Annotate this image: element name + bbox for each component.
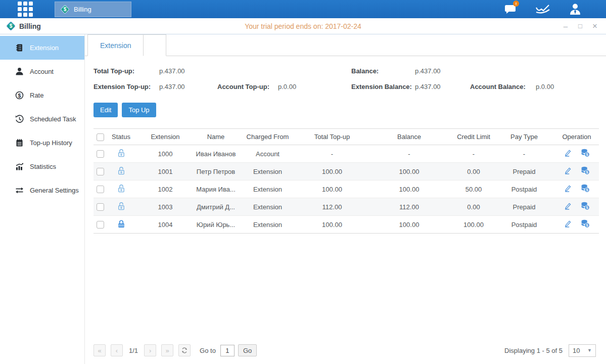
topup-button[interactable]: Top Up	[122, 103, 156, 117]
topup-row-icon[interactable]: $	[581, 184, 590, 194]
window-title: $ Billing	[6, 21, 41, 31]
cell-charged-from: Extension	[236, 180, 299, 198]
extensions-table: Status Extension Name Charged From Total…	[94, 128, 599, 234]
transfer-arrows-icon	[15, 186, 24, 195]
edit-row-icon[interactable]	[564, 184, 572, 194]
cell-credit-limit: 0.00	[453, 198, 494, 216]
topup-row-icon[interactable]: $	[581, 202, 590, 212]
maximize-icon[interactable]: □	[576, 22, 584, 30]
account-topup-value: p.0.00	[278, 83, 351, 90]
row-checkbox[interactable]	[97, 168, 104, 175]
edit-button[interactable]: Edit	[94, 103, 118, 117]
close-icon[interactable]: ×	[591, 22, 599, 30]
table-row[interactable]: 1001 Петр Петров Extension 100.00 100.00…	[94, 163, 599, 180]
billing-diamond-icon: $	[60, 5, 70, 14]
person-bust-icon	[569, 3, 582, 16]
cell-total-topup: 100.00	[299, 216, 365, 234]
total-topup-value: p.437.00	[159, 67, 217, 75]
edit-row-icon[interactable]	[564, 149, 572, 159]
cell-total-topup: 100.00	[299, 163, 365, 180]
cell-charged-from: Account	[236, 145, 299, 163]
user-account-icon[interactable]	[568, 3, 583, 16]
column-header-status: Status	[107, 129, 135, 145]
top-bar: $ Billing !	[0, 0, 606, 18]
apps-grid-icon[interactable]	[18, 2, 33, 17]
goto-page-input[interactable]	[220, 345, 235, 356]
first-page-button[interactable]: «	[94, 344, 106, 356]
prev-page-button[interactable]: ‹	[111, 344, 123, 356]
table-row[interactable]: 1003 Дмитрий Д... Extension 112.00 112.0…	[94, 198, 599, 216]
column-header-balance: Balance	[365, 129, 453, 145]
window-title-text: Billing	[19, 22, 41, 30]
balance-label: Balance:	[351, 67, 415, 75]
topup-row-icon[interactable]: $	[581, 166, 590, 176]
column-header-pay-type: Pay Type	[494, 129, 554, 145]
cell-name: Юрий Юрь...	[196, 216, 236, 234]
cell-credit-limit: -	[453, 145, 494, 163]
cell-balance: 112.00	[365, 198, 453, 216]
taskbar-tab-label: Billing	[74, 6, 91, 13]
next-page-button[interactable]: ›	[144, 344, 156, 356]
notifications-icon[interactable]: !	[503, 3, 518, 16]
pagination-bar: « ‹ 1/1 › » Go to Go Displaying 1 - 5 of…	[85, 340, 606, 364]
content-area: Extension Total Top-up: p.437.00 Balance…	[85, 34, 606, 364]
locked-icon	[117, 219, 126, 229]
cell-name: Мария Ива...	[196, 180, 236, 198]
table-row[interactable]: 1000 Иван Иванов Account - - - -	[94, 145, 599, 163]
notepad-icon	[15, 139, 24, 147]
column-header-total-topup: Total Top-up	[299, 129, 365, 145]
displaying-text: Displaying 1 - 5 of 5	[504, 347, 563, 354]
edit-row-icon[interactable]	[564, 219, 572, 230]
row-checkbox[interactable]	[97, 203, 104, 211]
refresh-button[interactable]	[178, 344, 191, 356]
table-row[interactable]: 1004 Юрий Юрь... Extension 100.00 100.00…	[94, 216, 599, 234]
row-checkbox[interactable]	[97, 186, 104, 193]
summary-panel: Total Top-up: p.437.00 Balance: p.437.00…	[94, 63, 606, 95]
ledger-icon	[15, 43, 24, 52]
topup-row-icon[interactable]: $	[581, 219, 590, 230]
sidebar-item-topup-history[interactable]: Top-up History	[0, 131, 84, 155]
svg-text:$: $	[64, 7, 67, 12]
sidebar-item-label: Rate	[30, 92, 43, 99]
sidebar-item-statistics[interactable]: Statistics	[0, 155, 84, 178]
cell-extension: 1002	[135, 180, 196, 198]
cell-name: Иван Иванов	[196, 145, 236, 163]
cell-credit-limit: 50.00	[453, 180, 494, 198]
sidebar-item-account[interactable]: Account	[0, 60, 84, 83]
taskbar-tab-billing[interactable]: $ Billing	[55, 2, 131, 17]
svg-text:$: $	[18, 93, 21, 99]
chevron-down-icon: ▼	[587, 348, 592, 353]
cell-total-topup: -	[299, 145, 365, 163]
edit-row-icon[interactable]	[564, 166, 572, 176]
cell-pay-type: Prepaid	[494, 198, 554, 216]
table-row[interactable]: 1002 Мария Ива... Extension 100.00 100.0…	[94, 180, 599, 198]
row-checkbox[interactable]	[97, 221, 104, 229]
last-page-button[interactable]: »	[161, 344, 173, 356]
minimize-icon[interactable]: –	[562, 22, 570, 30]
cell-extension: 1001	[135, 163, 196, 180]
refresh-icon	[181, 347, 188, 354]
tab-strip-edge	[144, 34, 166, 56]
cell-credit-limit: 0.00	[453, 163, 494, 180]
edit-row-icon[interactable]	[564, 202, 572, 212]
topup-row-icon[interactable]: $	[581, 149, 590, 159]
row-checkbox[interactable]	[97, 150, 104, 158]
resource-monitor-icon[interactable]	[535, 3, 550, 16]
sidebar-item-label: Scheduled Task	[30, 115, 76, 123]
sidebar-item-scheduled-task[interactable]: Scheduled Task	[0, 107, 84, 131]
go-button[interactable]: Go	[238, 344, 257, 356]
tab-extension[interactable]: Extension	[87, 34, 144, 56]
cell-total-topup: 112.00	[299, 198, 365, 216]
unlocked-icon	[117, 184, 126, 193]
sidebar-item-extension[interactable]: Extension	[0, 36, 84, 60]
sidebar-item-label: Extension	[30, 44, 59, 52]
account-balance-value: p.0.00	[536, 83, 606, 90]
page-size-dropdown[interactable]: 10 ▼	[569, 344, 596, 357]
cell-balance: 100.00	[365, 163, 453, 180]
cell-balance: -	[365, 145, 453, 163]
sidebar-item-rate[interactable]: $ Rate	[0, 83, 84, 107]
sidebar-item-label: Statistics	[30, 163, 56, 170]
sidebar-item-general-settings[interactable]: General Settings	[0, 178, 84, 202]
trial-period-message: Your trial period ends on: 2017-02-24	[0, 22, 606, 30]
select-all-checkbox[interactable]	[97, 133, 104, 141]
